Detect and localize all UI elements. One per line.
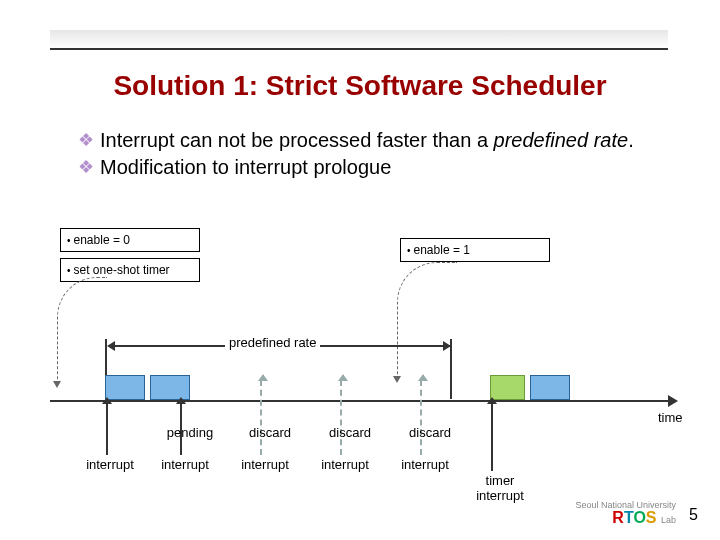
interrupt-arrow-1: [106, 403, 108, 455]
slide-title: Solution 1: Strict Software Scheduler: [0, 70, 720, 102]
time-axis-label: time: [658, 410, 683, 425]
logo-suffix: Lab: [661, 515, 676, 525]
discard-label-1: discard: [240, 425, 300, 440]
box-set-timer: •set one-shot timer: [60, 258, 200, 282]
box-enable-0-text: enable = 0: [74, 233, 130, 247]
discard-arrow-2: [340, 380, 342, 455]
timeline-arrowhead-icon: [668, 395, 678, 407]
interrupt-label-4: interrupt: [315, 457, 375, 472]
slide: Solution 1: Strict Software Scheduler ❖ …: [0, 0, 720, 540]
bullet-1-text-post: .: [628, 129, 634, 151]
box-set-timer-text: set one-shot timer: [74, 263, 170, 277]
footer-logo: Seoul National University RTOS Lab: [575, 501, 676, 526]
interrupt-label-3: interrupt: [235, 457, 295, 472]
discard-arrow-3: [420, 380, 422, 455]
discard-label-2: discard: [320, 425, 380, 440]
bullet-2-text: Modification to interrupt prologue: [100, 155, 391, 180]
rate-label: predefined rate: [225, 335, 320, 350]
bullet-2: ❖ Modification to interrupt prologue: [78, 155, 658, 180]
bullet-dot-icon: •: [407, 245, 411, 256]
bullet-1-text-italic: predefined rate: [494, 129, 629, 151]
diamond-icon: ❖: [78, 128, 94, 152]
box-enable-1-text: enable = 1: [414, 243, 470, 257]
bullet-list: ❖ Interrupt can not be processed faster …: [78, 128, 658, 182]
diamond-icon: ❖: [78, 155, 94, 179]
bullet-dot-icon: •: [67, 265, 71, 276]
interrupt-label-5: interrupt: [395, 457, 455, 472]
discard-label-3: discard: [400, 425, 460, 440]
pending-label: pending: [160, 425, 220, 440]
header-rule: [50, 48, 668, 50]
box-enable-0: •enable = 0: [60, 228, 200, 252]
arrow-right-icon: [443, 341, 451, 351]
timeline-diagram: predefined rate time interrupt pending i…: [50, 295, 690, 495]
interrupt-label-2: interrupt: [155, 457, 215, 472]
timeline-axis: [50, 400, 670, 402]
bullet-1: ❖ Interrupt can not be processed faster …: [78, 128, 658, 153]
box-enable-1: •enable = 1: [400, 238, 550, 262]
exec-block-3: [530, 375, 570, 400]
bullet-1-text-pre: Interrupt can not be processed faster th…: [100, 129, 494, 151]
page-number: 5: [689, 506, 698, 524]
timer-interrupt-arrow: [491, 403, 493, 471]
header-gradient: [50, 30, 668, 48]
discard-arrow-1: [260, 380, 262, 455]
bullet-dot-icon: •: [67, 235, 71, 246]
timer-interrupt-label: timer interrupt: [465, 473, 535, 503]
interrupt-label-1: interrupt: [80, 457, 140, 472]
